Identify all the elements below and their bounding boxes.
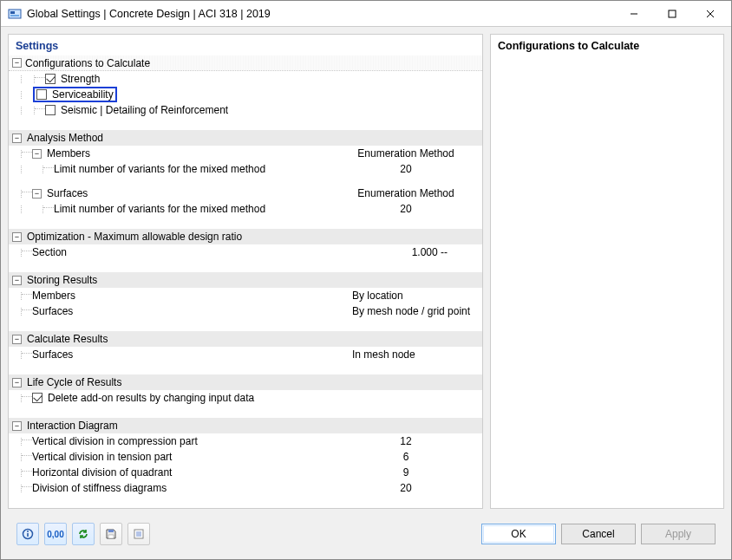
value-calc-surfaces[interactable]: In mesh node: [352, 348, 465, 361]
row-int-3: Horizontal division of quadrant 9: [9, 465, 482, 480]
highlight-serviceability: Serviceability: [33, 87, 117, 102]
settings-tree-scroll[interactable]: − Configurations to Calculate Strength: [9, 55, 482, 508]
label-surfaces: Surfaces: [32, 348, 73, 361]
collapse-icon[interactable]: −: [12, 276, 22, 285]
apply-button[interactable]: Apply: [641, 524, 716, 544]
collapse-icon[interactable]: −: [12, 378, 22, 387]
list-tool-button[interactable]: [127, 523, 150, 545]
app-icon: [8, 7, 22, 21]
row-storing-members: Members By location: [9, 288, 482, 303]
row-int-4: Division of stiffness diagrams 20: [9, 480, 482, 496]
row-section: Section 1.000 --: [9, 244, 482, 260]
info-tool-button[interactable]: [16, 523, 39, 545]
section-interaction[interactable]: − Interaction Diagram: [9, 418, 482, 433]
detail-pane: Configurations to Calculate: [490, 34, 724, 509]
label-members: Members: [47, 147, 90, 160]
global-settings-window: Global Settings | Concrete Design | ACI …: [0, 0, 732, 560]
titlebar: Global Settings | Concrete Design | ACI …: [1, 1, 731, 27]
ok-button[interactable]: OK: [481, 524, 556, 544]
label-delete-addon: Delete add-on results by changing input …: [48, 392, 254, 404]
label-surfaces-limit: Limit number of variants for the mixed m…: [54, 203, 265, 215]
client-area: Settings − Configurations to Calculate: [1, 27, 731, 559]
svg-rect-1: [10, 11, 15, 14]
svg-point-8: [27, 531, 29, 532]
close-button[interactable]: [691, 2, 729, 26]
checkbox-delete-addon[interactable]: [32, 393, 42, 403]
value-surfaces-limit[interactable]: 20: [352, 203, 465, 215]
section-label: Storing Results: [27, 274, 97, 286]
row-int-2: Vertical division in tension part 6: [9, 449, 482, 465]
checkbox-strength[interactable]: [45, 74, 56, 84]
row-members: − Members Enumeration Method: [9, 146, 482, 161]
settings-header: Settings: [9, 35, 482, 55]
collapse-icon[interactable]: −: [32, 149, 42, 159]
section-label: Life Cycle of Results: [27, 376, 121, 388]
row-int-1: Vertical division in compression part 12: [9, 433, 482, 449]
checkbox-serviceability[interactable]: [36, 89, 47, 100]
refresh-tool-button[interactable]: [72, 523, 95, 545]
section-label: Optimization - Maximum allowable design …: [27, 231, 242, 243]
label-strength: Strength: [61, 73, 100, 85]
svg-rect-2: [10, 15, 19, 16]
window-title: Global Settings | Concrete Design | ACI …: [27, 8, 615, 20]
section-lifecycle[interactable]: − Life Cycle of Results: [9, 374, 482, 390]
collapse-icon[interactable]: −: [12, 421, 22, 431]
section-label: Configurations to Calculate: [25, 57, 150, 69]
section-configurations[interactable]: − Configurations to Calculate: [9, 55, 482, 71]
row-surfaces-limit: Limit number of variants for the mixed m…: [9, 201, 482, 217]
svg-rect-9: [27, 533, 29, 537]
row-calc-surfaces: Surfaces In mesh node: [9, 347, 482, 362]
value-surfaces-method[interactable]: Enumeration Method: [352, 187, 465, 199]
cancel-button[interactable]: Cancel: [561, 524, 636, 544]
row-delete-addon: Delete add-on results by changing input …: [9, 390, 482, 406]
row-members-limit: Limit number of variants for the mixed m…: [9, 161, 482, 177]
section-label: Interaction Diagram: [27, 420, 118, 432]
row-seismic: Seismic | Detailing of Reinforcement: [9, 102, 482, 118]
label-members: Members: [32, 290, 75, 302]
detail-header: Configurations to Calculate: [498, 40, 716, 52]
value-section[interactable]: 1.000 --: [352, 246, 465, 258]
save-tool-button[interactable]: [100, 523, 122, 545]
label-serviceability: Serviceability: [52, 88, 114, 101]
label-surfaces: Surfaces: [47, 187, 88, 199]
section-calculate[interactable]: − Calculate Results: [9, 331, 482, 347]
label-seismic: Seismic | Detailing of Reinforcement: [61, 104, 228, 116]
label-section: Section: [32, 246, 67, 258]
decimal-tool-button[interactable]: 0,00: [44, 523, 67, 545]
section-analysis[interactable]: − Analysis Method: [9, 130, 482, 146]
collapse-icon[interactable]: −: [12, 335, 22, 344]
collapse-icon[interactable]: −: [32, 189, 42, 199]
footer: 0,00 OK Cancel Apply: [8, 516, 724, 552]
section-label: Calculate Results: [27, 333, 108, 345]
svg-rect-10: [108, 530, 114, 532]
section-label: Analysis Method: [27, 132, 103, 144]
checkbox-seismic[interactable]: [45, 105, 56, 115]
row-storing-surfaces: Surfaces By mesh node / grid point: [9, 303, 482, 319]
label-surfaces: Surfaces: [32, 305, 73, 317]
maximize-button[interactable]: [653, 2, 691, 26]
value-members-limit[interactable]: 20: [352, 163, 465, 175]
minimize-button[interactable]: [615, 2, 653, 26]
value-storing-members[interactable]: By location: [352, 290, 465, 302]
value-members-method[interactable]: Enumeration Method: [352, 147, 465, 160]
section-optimization[interactable]: − Optimization - Maximum allowable desig…: [9, 229, 482, 244]
collapse-icon[interactable]: −: [12, 232, 22, 242]
section-storing[interactable]: − Storing Results: [9, 272, 482, 288]
value-storing-surfaces[interactable]: By mesh node / grid point: [352, 305, 465, 317]
row-serviceability: Serviceability: [9, 87, 482, 102]
label-members-limit: Limit number of variants for the mixed m…: [54, 163, 265, 175]
svg-rect-11: [108, 535, 114, 538]
settings-pane: Settings − Configurations to Calculate: [8, 34, 483, 509]
collapse-icon[interactable]: −: [12, 133, 22, 143]
svg-rect-4: [669, 10, 676, 17]
row-strength: Strength: [9, 71, 482, 87]
collapse-icon[interactable]: −: [12, 58, 22, 68]
row-surfaces-a: − Surfaces Enumeration Method: [9, 186, 482, 201]
